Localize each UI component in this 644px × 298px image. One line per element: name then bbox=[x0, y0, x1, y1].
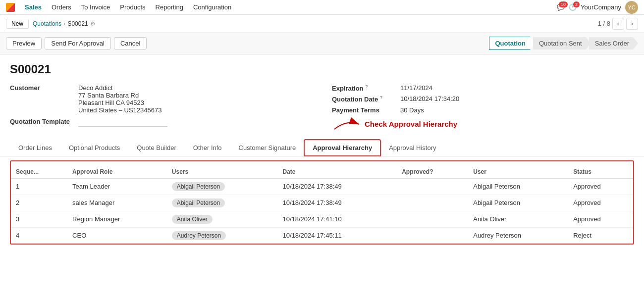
tab-quote-builder[interactable]: Quote Builder bbox=[128, 140, 185, 156]
quotation-date-value: 10/18/2024 17:34:20 bbox=[400, 95, 459, 102]
cell-status: Approved bbox=[568, 195, 633, 211]
arrow-annotation: Check Approval Hierarchy bbox=[332, 117, 457, 132]
col-date: Date bbox=[277, 165, 397, 179]
tab-order-lines[interactable]: Order Lines bbox=[10, 140, 60, 156]
table-row[interactable]: 2 sales Manager Abigail Peterson 10/18/2… bbox=[11, 195, 633, 211]
approval-table: Seque... Approval Role Users Date Approv… bbox=[11, 165, 633, 244]
cell-status: Approved bbox=[568, 178, 633, 195]
nav-sales[interactable]: Sales bbox=[20, 0, 47, 15]
customer-field: Customer Deco Addict 77 Santa Barbara Rd… bbox=[10, 84, 312, 132]
company-name: YourCompany bbox=[581, 3, 621, 11]
cell-status: Reject bbox=[568, 227, 633, 244]
tabs-bar: Order Lines Optional Products Quote Buil… bbox=[0, 140, 644, 156]
tab-optional-products[interactable]: Optional Products bbox=[60, 140, 128, 156]
user-avatar[interactable]: YC bbox=[625, 1, 638, 14]
col-approved: Approved? bbox=[397, 165, 468, 179]
cell-status: Approved bbox=[568, 211, 633, 227]
payment-terms-value[interactable]: 30 Days bbox=[400, 106, 424, 114]
prev-record-button[interactable]: ‹ bbox=[612, 18, 624, 30]
cell-user: Audrey Peterson bbox=[468, 227, 568, 244]
breadcrumb-parent[interactable]: Quotations bbox=[33, 20, 61, 27]
cancel-button[interactable]: Cancel bbox=[114, 37, 147, 50]
table-row[interactable]: 1 Team Leader Abigail Peterson 10/18/202… bbox=[11, 178, 633, 195]
annotation-text: Check Approval Hierarchy bbox=[365, 120, 457, 128]
pipeline-quotation[interactable]: Quotation bbox=[489, 37, 535, 50]
cell-user: Anita Oliver bbox=[468, 211, 568, 227]
pipeline-sales-order[interactable]: Sales Order bbox=[589, 37, 638, 50]
record-title: S00021 bbox=[10, 62, 634, 76]
chat-badge: 10 bbox=[559, 1, 568, 7]
main-content: S00021 Customer Deco Addict 77 Santa Bar… bbox=[0, 54, 644, 252]
cell-user-badge: Audrey Peterson bbox=[167, 227, 278, 244]
tab-other-info[interactable]: Other Info bbox=[185, 140, 230, 156]
cell-role: CEO bbox=[67, 227, 167, 244]
cell-user-badge: Abigail Peterson bbox=[167, 195, 278, 211]
cell-approved bbox=[397, 178, 468, 195]
cell-role: sales Manager bbox=[67, 195, 167, 211]
page-info: 1 / 8 bbox=[598, 20, 610, 27]
col-status: Status bbox=[568, 165, 633, 179]
chat-notifications[interactable]: 💬 10 bbox=[557, 3, 565, 11]
clock-notifications[interactable]: 🕐 2 bbox=[569, 3, 577, 11]
new-button[interactable]: New bbox=[6, 19, 29, 29]
customer-address3: United States – US12345673 bbox=[78, 106, 161, 114]
next-record-button[interactable]: › bbox=[626, 18, 638, 30]
cell-seq: 1 bbox=[11, 178, 67, 195]
nav-products[interactable]: Products bbox=[115, 0, 150, 15]
cell-user-badge: Anita Oliver bbox=[167, 211, 278, 227]
status-pipeline: Quotation Quotation Sent Sales Order bbox=[489, 37, 639, 50]
cell-seq: 2 bbox=[11, 195, 67, 211]
quotation-template-label: Quotation Template bbox=[10, 118, 74, 125]
preview-button[interactable]: Preview bbox=[6, 37, 42, 50]
form-fields: Customer Deco Addict 77 Santa Barbara Rd… bbox=[10, 84, 634, 132]
payment-terms-label: Payment Terms bbox=[332, 106, 396, 114]
customer-label: Customer bbox=[10, 84, 74, 92]
cell-approved bbox=[397, 195, 468, 211]
gear-icon[interactable]: ⚙ bbox=[90, 20, 96, 27]
logo-icon bbox=[6, 3, 15, 12]
tab-approval-history[interactable]: Approval History bbox=[380, 140, 444, 156]
right-fields: Expiration ? 11/17/2024 Quotation Date ?… bbox=[332, 84, 634, 132]
cell-role: Region Manager bbox=[67, 211, 167, 227]
cell-date: 10/18/2024 17:38:49 bbox=[277, 178, 397, 195]
table-header-row: Seque... Approval Role Users Date Approv… bbox=[11, 165, 633, 179]
nav-configuration[interactable]: Configuration bbox=[188, 0, 236, 15]
nav-to-invoice[interactable]: To Invoice bbox=[76, 0, 115, 15]
table-row[interactable]: 3 Region Manager Anita Oliver 10/18/2024… bbox=[11, 211, 633, 227]
quotation-template-value[interactable] bbox=[78, 118, 167, 127]
cell-seq: 3 bbox=[11, 211, 67, 227]
nav-orders[interactable]: Orders bbox=[47, 0, 76, 15]
tab-customer-signature[interactable]: Customer Signature bbox=[230, 140, 305, 156]
customer-name[interactable]: Deco Addict bbox=[78, 84, 161, 92]
customer-address1: 77 Santa Barbara Rd bbox=[78, 92, 161, 99]
expiration-tooltip[interactable]: ? bbox=[365, 84, 368, 89]
cell-role: Team Leader bbox=[67, 178, 167, 195]
quotation-date-tooltip[interactable]: ? bbox=[380, 95, 383, 100]
col-seq: Seque... bbox=[11, 165, 67, 179]
breadcrumb-bar: New Quotations › S00021 ⚙ 1 / 8 ‹ › bbox=[0, 15, 644, 33]
pipeline-quotation-sent[interactable]: Quotation Sent bbox=[533, 37, 591, 50]
cell-date: 10/18/2024 17:41:10 bbox=[277, 211, 397, 227]
app-logo[interactable] bbox=[6, 3, 15, 12]
record-id: S00021 bbox=[67, 20, 88, 27]
action-toolbar: Preview Send For Approval Cancel Quotati… bbox=[0, 33, 644, 54]
col-approval-role: Approval Role bbox=[67, 165, 167, 179]
cell-user-badge: Abigail Peterson bbox=[167, 178, 278, 195]
col-user: User bbox=[468, 165, 568, 179]
cell-seq: 4 bbox=[11, 227, 67, 244]
table-row[interactable]: 4 CEO Audrey Peterson 10/18/2024 17:45:1… bbox=[11, 227, 633, 244]
breadcrumb-record: S00021 ⚙ bbox=[67, 20, 95, 27]
clock-badge: 2 bbox=[573, 1, 580, 7]
arrow-icon bbox=[332, 117, 362, 132]
col-users: Users bbox=[167, 165, 278, 179]
pagination-nav: 1 / 8 ‹ › bbox=[598, 18, 638, 30]
expiration-value[interactable]: 11/17/2024 bbox=[400, 84, 432, 92]
send-for-approval-button[interactable]: Send For Approval bbox=[45, 37, 111, 50]
nav-reporting[interactable]: Reporting bbox=[151, 0, 188, 15]
customer-address2: Pleasant Hill CA 94523 bbox=[78, 99, 161, 106]
tab-approval-hierarchy[interactable]: Approval Hierarchy bbox=[304, 140, 380, 156]
cell-date: 10/18/2024 17:45:11 bbox=[277, 227, 397, 244]
cell-approved bbox=[397, 211, 468, 227]
expiration-label: Expiration ? bbox=[332, 84, 396, 92]
nav-right: 💬 10 🕐 2 YourCompany YC bbox=[557, 1, 638, 14]
